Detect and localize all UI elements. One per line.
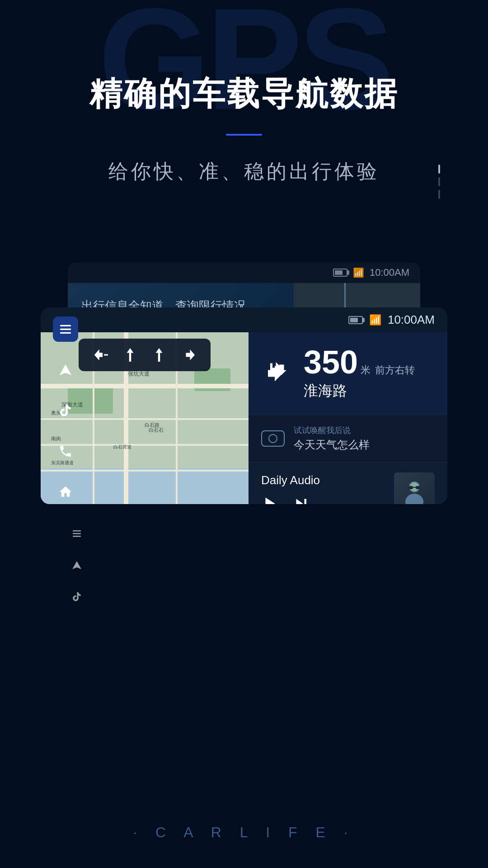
- hero-section: 精确的车载导航数据 给你快、准、稳的出行体验: [0, 72, 488, 185]
- dir-arrow-left: [91, 345, 111, 365]
- audio-thumbnail: [394, 472, 435, 504]
- turn-arrow: [261, 358, 293, 389]
- play-button[interactable]: [261, 495, 279, 505]
- voice-hint: 试试唤醒我后说: [294, 425, 370, 436]
- sidebar-item-menu[interactable]: [53, 316, 78, 342]
- battery-icon-main: [348, 316, 363, 324]
- map-label-8: 白石石: [149, 427, 164, 434]
- voice-example: 今天天气怎么样: [294, 438, 370, 452]
- progress-dot-2: [438, 177, 440, 186]
- svg-rect-13: [60, 325, 71, 326]
- progress-dot-1: [438, 165, 440, 174]
- sidebar-top-nav: [68, 556, 86, 574]
- sidebar-top-tiktok: [68, 588, 86, 606]
- dir-arrow-up2: [149, 345, 169, 365]
- audio-info: Daily Audio: [261, 473, 320, 505]
- sidebar-item-phone[interactable]: [53, 439, 78, 464]
- time-main: 10:00AM: [388, 313, 435, 327]
- svg-marker-4: [266, 497, 275, 504]
- audio-controls: [261, 495, 320, 505]
- svg-rect-11: [416, 486, 420, 489]
- nav-distance-unit: 米: [361, 363, 371, 377]
- hero-subtitle: 给你快、准、稳的出行体验: [0, 158, 488, 185]
- svg-marker-3: [72, 561, 81, 569]
- carlife-footer: · C A R L I F E ·: [133, 824, 355, 841]
- dir-arrow-right: [178, 345, 198, 365]
- sidebar-top-small: [68, 524, 86, 606]
- hero-title: 精确的车载导航数据: [0, 72, 488, 116]
- nav-distance: 350 米 前方右转: [304, 346, 415, 378]
- audio-title: Daily Audio: [261, 473, 320, 487]
- wifi-icon-small: 📶: [353, 267, 364, 278]
- nav-instruction: 前方右转: [375, 363, 415, 377]
- svg-rect-0: [73, 530, 81, 532]
- audio-card[interactable]: Daily Audio: [249, 462, 447, 504]
- right-panel: 350 米 前方右转 淮海路 试试唤醒我后说 今天天气怎么样: [249, 332, 447, 504]
- svg-rect-1: [73, 533, 81, 534]
- nav-street: 淮海路: [304, 381, 415, 401]
- dir-arrow-up: [120, 345, 140, 365]
- map-label-1: 张坑大道: [128, 370, 150, 378]
- progress-dot-3: [438, 190, 440, 199]
- wifi-icon-main: 📶: [369, 314, 381, 326]
- direction-bar: [79, 339, 211, 371]
- svg-rect-6: [305, 499, 307, 504]
- nav-text-group: 350 米 前方右转 淮海路: [304, 346, 415, 401]
- voice-icon: [261, 430, 285, 447]
- voice-icon-inner: [268, 434, 277, 443]
- nav-distance-num: 350: [304, 346, 358, 378]
- sidebar-main: [41, 307, 90, 514]
- sidebar-top-menu: [68, 524, 86, 542]
- svg-marker-5: [296, 499, 303, 504]
- nav-info-card: 350 米 前方右转 淮海路: [249, 332, 447, 415]
- sidebar-item-home[interactable]: [53, 479, 78, 505]
- svg-rect-15: [60, 332, 71, 334]
- main-card-content: 张坑大道 深南大道 白石路 白石营道 东滨路通道 南岗 奥头 白石石: [41, 332, 447, 504]
- small-status-bar: 📶 10:00AM: [68, 262, 420, 283]
- map-label-4: 白石营道: [113, 444, 131, 450]
- svg-marker-16: [60, 364, 72, 375]
- hero-divider: [226, 134, 262, 136]
- sidebar-item-navigate[interactable]: [53, 357, 78, 382]
- audio-album-art: [399, 477, 430, 504]
- svg-rect-2: [73, 536, 81, 537]
- battery-icon-small: [333, 269, 347, 277]
- next-button[interactable]: [292, 495, 310, 505]
- main-status-bar: 📶 10:00AM: [41, 307, 447, 332]
- card-main: 📶 10:00AM: [41, 307, 447, 504]
- svg-point-8: [405, 494, 423, 504]
- progress-dots: [438, 165, 440, 199]
- svg-rect-10: [408, 486, 413, 489]
- voice-text-group: 试试唤醒我后说 今天天气怎么样: [294, 425, 370, 452]
- sidebar-item-tiktok[interactable]: [53, 398, 78, 423]
- voice-card[interactable]: 试试唤醒我后说 今天天气怎么样: [249, 415, 447, 462]
- time-small: 10:00AM: [370, 267, 409, 278]
- svg-rect-14: [60, 329, 71, 330]
